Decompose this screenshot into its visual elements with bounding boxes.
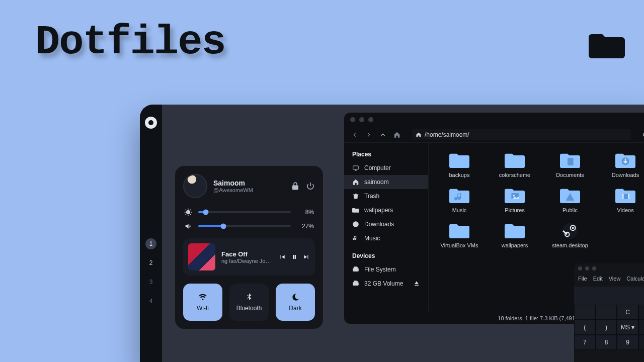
desktop-window: 1 2 3 4 Saimoom @AwesomeWM 8% 27% (140, 105, 644, 362)
sidebar-item-trash[interactable]: Trash (344, 189, 428, 203)
file-label: backups (449, 172, 470, 178)
forward-icon[interactable] (365, 131, 372, 138)
calc-key[interactable]: MS ▾ (617, 320, 638, 335)
calc-side-key[interactable] (638, 305, 644, 320)
sidebar-item-wallpapers[interactable]: wallpapers (344, 203, 428, 217)
sidebar-item-label: Music (364, 235, 380, 242)
sidebar-item-computer[interactable]: Computer (344, 161, 428, 175)
sidebar-item-label: File System (364, 266, 396, 273)
fm-titlebar[interactable] (344, 113, 644, 127)
file-item-wallpapers[interactable]: wallpapers (489, 222, 540, 248)
brightness-slider[interactable]: 8% (184, 208, 314, 216)
volume-slider[interactable]: 27% (184, 222, 314, 230)
workspace-3[interactable]: 3 (145, 277, 156, 288)
next-icon[interactable] (303, 253, 310, 260)
calc-display[interactable] (574, 287, 644, 305)
sidebar-item-label: Trash (364, 193, 379, 200)
file-label: Pictures (505, 207, 525, 213)
svg-rect-0 (353, 166, 359, 169)
file-item-pictures[interactable]: Pictures (489, 187, 540, 213)
sidebar-item-label: Computer (364, 164, 391, 171)
file-item-colorscheme[interactable]: colorscheme (489, 152, 540, 178)
profile-name: Saimoom (213, 179, 253, 187)
sidebar-item-label: Downloads (364, 221, 394, 228)
folder-icon (615, 152, 635, 169)
svg-rect-2 (353, 268, 359, 272)
file-item-public[interactable]: Public (544, 187, 596, 213)
window-dot[interactable] (585, 266, 589, 270)
window-dot[interactable] (368, 117, 373, 122)
bluetooth-toggle[interactable]: Bluetooth (229, 284, 269, 321)
refresh-icon[interactable] (642, 131, 644, 138)
eject-icon[interactable] (413, 280, 420, 287)
sidebar-item-label: saimoom (364, 178, 389, 186)
hero-title: Dotfiles (35, 19, 225, 66)
pause-icon[interactable] (291, 253, 298, 260)
folder-icon (505, 187, 525, 204)
file-item-backups[interactable]: backups (434, 152, 485, 178)
fm-toolbar: /home/saimoom/ (344, 127, 644, 143)
media-artist: ng Iso/Dwayne Johnson (221, 258, 273, 264)
brightness-value: 8% (297, 209, 314, 216)
file-label: Videos (617, 207, 633, 213)
home-icon[interactable] (393, 131, 400, 138)
power-icon[interactable] (306, 182, 315, 191)
calc-menu-calculator[interactable]: Calculator (626, 276, 644, 282)
window-dot[interactable] (359, 117, 364, 122)
calc-menu-file[interactable]: File (578, 276, 587, 282)
calc-menu-view[interactable]: View (609, 276, 621, 282)
workspace-1[interactable]: 1 (145, 238, 156, 249)
back-icon[interactable] (351, 131, 358, 138)
volume-value: 27% (297, 223, 314, 230)
sidebar-item-downloads[interactable]: Downloads (344, 217, 428, 231)
file-label: wallpapers (502, 242, 528, 248)
calc-side-key[interactable] (638, 335, 644, 350)
folder-icon (449, 152, 469, 169)
up-icon[interactable] (379, 131, 386, 138)
window-dot[interactable] (578, 266, 582, 270)
bluetooth-label: Bluetooth (236, 305, 262, 312)
file-item-videos[interactable]: Videos (600, 187, 644, 213)
window-dot[interactable] (592, 266, 596, 270)
calc-key[interactable]: C (617, 305, 638, 320)
calc-key[interactable]: 9 (617, 335, 638, 350)
calc-menu-edit[interactable]: Edit (593, 276, 603, 282)
file-item-steam-desktop[interactable]: steam.desktop (544, 222, 596, 248)
workspace-4[interactable]: 4 (145, 296, 156, 307)
file-label: steam.desktop (552, 242, 588, 248)
folder-icon (449, 222, 469, 239)
dock-logo-icon[interactable] (145, 117, 157, 129)
wifi-toggle[interactable]: Wi-fi (183, 284, 222, 321)
media-player: Face Off ng Iso/Dwayne Johnson (183, 238, 315, 276)
calc-key[interactable] (596, 305, 617, 320)
path-bar[interactable]: /home/saimoom/ (412, 129, 631, 140)
calc-key[interactable]: 7 (574, 335, 596, 350)
dark-toggle[interactable]: Dark (276, 284, 315, 321)
sidebar-item-32-gb-volume[interactable]: 32 GB Volume (344, 277, 428, 291)
devices-header: Devices (344, 249, 428, 262)
steam-icon (560, 222, 580, 239)
calc-titlebar[interactable] (574, 263, 644, 274)
sidebar-item-music[interactable]: Music (344, 231, 428, 245)
calc-side-key[interactable] (638, 320, 644, 335)
lock-icon[interactable] (291, 182, 300, 191)
calc-key[interactable]: ) (596, 320, 617, 335)
folder-icon (615, 187, 635, 204)
file-item-virtualbox-vms[interactable]: VirtualBox VMs (434, 222, 485, 248)
sidebar-item-saimoom[interactable]: saimoom (344, 175, 428, 189)
sidebar-item-file-system[interactable]: File System (344, 262, 428, 277)
window-dot[interactable] (350, 117, 355, 122)
calc-key[interactable] (574, 305, 596, 320)
prev-icon[interactable] (279, 253, 286, 260)
folder-icon (589, 29, 625, 60)
folder-icon (449, 187, 469, 204)
file-item-downloads[interactable]: Downloads (600, 152, 644, 178)
file-item-music[interactable]: Music (434, 187, 485, 213)
calc-key[interactable]: 8 (596, 335, 617, 350)
calculator-window: File Edit View Calculator C()MS ▾789 (574, 263, 644, 362)
calc-menu: File Edit View Calculator (574, 274, 644, 284)
file-item-documents[interactable]: Documents (544, 152, 596, 178)
sidebar-item-label: wallpapers (364, 207, 393, 214)
workspace-2[interactable]: 2 (145, 257, 156, 268)
calc-key[interactable]: ( (574, 320, 596, 335)
